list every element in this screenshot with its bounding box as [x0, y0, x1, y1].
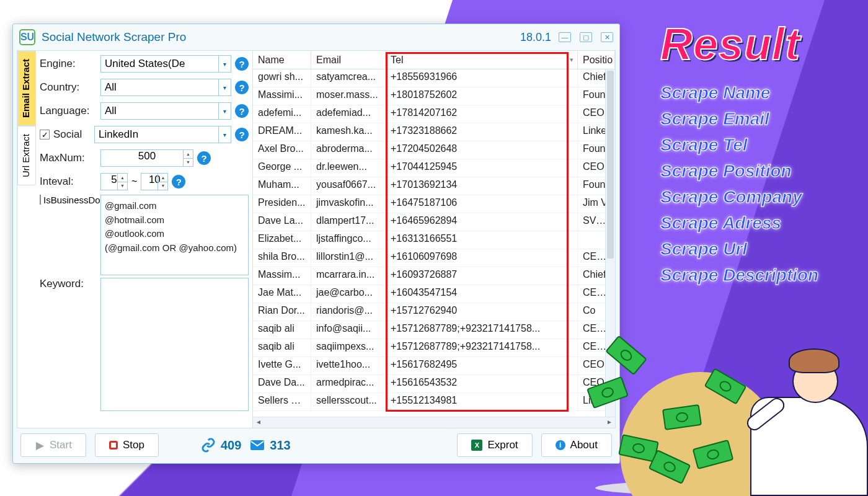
help-icon[interactable]: ? — [235, 81, 249, 94]
table-row[interactable]: Jae Mat...jae@carbo...+16043547154CEO & — [253, 285, 615, 303]
app-window: SU Social Network Scraper Pro 18.0.1 — ▢… — [12, 24, 620, 464]
social-dropdown[interactable]: LinkedIn▾ — [94, 126, 231, 143]
promo-item: Scrape Adress — [660, 213, 818, 233]
cell-email: mcarrara.in... — [311, 267, 386, 285]
cell-email: kamesh.ka... — [311, 123, 386, 141]
column-header-name[interactable]: Name — [253, 51, 311, 69]
column-header-email[interactable]: Email — [311, 51, 386, 69]
maximize-button[interactable]: ▢ — [580, 32, 592, 42]
stop-button[interactable]: Stop — [95, 433, 159, 457]
isbusiness-checkbox[interactable] — [40, 195, 41, 205]
engine-dropdown[interactable]: United States(De▾ — [100, 55, 231, 73]
links-count: 409 — [201, 438, 241, 453]
cell-email: info@saqii... — [311, 321, 386, 339]
cell-tel: +15616543532 — [386, 375, 578, 392]
table-row[interactable]: Rian Dor...riandoris@...+15712762940Co — [253, 303, 615, 321]
chevron-down-icon: ▾ — [570, 56, 574, 64]
cell-tel: +15712687789;+923217141758... — [386, 321, 578, 339]
chevron-down-icon: ▾ — [218, 79, 231, 95]
social-label: Social — [53, 128, 91, 141]
cell-tel: +17013692134 — [386, 177, 578, 195]
cell-tel: +16475187106 — [386, 195, 578, 213]
promo-item: Scrape Name — [660, 83, 818, 103]
table-row[interactable]: Axel Bro...abroderma...+17204502648Foun — [253, 141, 615, 159]
table-row[interactable]: Dave Da...armedpirac...+15616543532CEO — [253, 375, 615, 393]
social-checkbox[interactable]: ✓ — [40, 130, 50, 140]
interval-from-stepper[interactable]: 5▲▼ — [100, 173, 128, 190]
cell-name: Massimi... — [253, 87, 311, 105]
cell-name: Sellers S... — [253, 393, 311, 410]
cell-name: gowri sh... — [253, 69, 311, 87]
interval-to-stepper[interactable]: 10▲▼ — [141, 173, 168, 190]
table-row[interactable]: Sellers S...sellersscout...+15512134981L… — [253, 393, 615, 411]
help-icon[interactable]: ? — [235, 57, 249, 71]
table-row[interactable]: Presiden...jimvaskofin...+16475187106Jim… — [253, 195, 615, 213]
cell-email: riandoris@... — [311, 303, 386, 321]
cell-name: Muham... — [253, 177, 311, 195]
help-icon[interactable]: ? — [235, 104, 249, 118]
table-row[interactable]: Massimi...moser.mass...+18018752602Foun — [253, 87, 615, 105]
table-row[interactable]: George ...dr.leewen...+17044125945CEO — [253, 159, 615, 177]
table-row[interactable]: DREAM...kamesh.ka...+17323188662Linke — [253, 123, 615, 141]
cell-tel: +16465962894 — [386, 213, 578, 231]
promo-item: Scrape Email — [660, 109, 818, 129]
cell-email: sellersscout... — [311, 393, 386, 410]
cell-email: lillorstin1@... — [311, 249, 386, 267]
table-row[interactable]: Massim...mcarrara.in...+16093726887Chief — [253, 267, 615, 285]
table-row[interactable]: Elizabet...ljstaffingco...+16313166551 — [253, 231, 615, 249]
help-icon[interactable]: ? — [172, 175, 185, 188]
keyword-textarea[interactable] — [100, 278, 249, 411]
cell-email: jimvaskofin... — [311, 195, 386, 213]
table-row[interactable]: saqib aliinfo@saqii...+15712687789;+9232… — [253, 321, 615, 339]
tab-email-extract[interactable]: Email Extract — [17, 51, 36, 126]
cell-tel: +15512134981 — [386, 393, 578, 410]
stop-icon — [109, 441, 118, 450]
mail-count: 313 — [250, 438, 290, 453]
cell-tel: +15617682495 — [386, 357, 578, 374]
table-row[interactable]: saqib alisaqiimpexs...+15712687789;+9232… — [253, 339, 615, 357]
cell-email: saqiimpexs... — [311, 339, 386, 356]
cell-name: Axel Bro... — [253, 141, 311, 159]
help-icon[interactable]: ? — [197, 151, 211, 165]
cell-tel: +18018752602 — [386, 87, 578, 105]
cell-tel: +17814207162 — [386, 105, 578, 123]
scroll-left-icon[interactable]: ◄ — [254, 418, 263, 427]
table-row[interactable]: gowri sh...satyamcrea...+18556931966Chie… — [253, 69, 615, 87]
export-button[interactable]: X Exprot — [457, 433, 532, 457]
cell-tel: +17044125945 — [386, 159, 578, 177]
help-icon[interactable]: ? — [235, 128, 249, 141]
engine-label: Engine: — [40, 58, 97, 70]
cell-tel: +15712687789;+923217141758... — [386, 339, 578, 356]
cell-name: Elizabet... — [253, 231, 311, 249]
table-row[interactable]: adefemi...adefemiad...+17814207162CEO — [253, 105, 615, 123]
minimize-button[interactable]: — — [559, 32, 571, 42]
cell-tel: +16313166551 — [386, 231, 578, 249]
mail-icon — [250, 440, 265, 451]
cell-tel: +17323188662 — [386, 123, 578, 141]
country-dropdown[interactable]: All▾ — [100, 79, 231, 96]
cell-name: saqib ali — [253, 321, 311, 339]
language-dropdown[interactable]: All▾ — [100, 102, 231, 120]
titlebar: SU Social Network Scraper Pro 18.0.1 — ▢… — [13, 24, 619, 50]
cell-name: Massim... — [253, 267, 311, 285]
cell-email: dlampert17... — [311, 213, 386, 231]
table-row[interactable]: Ivette G...ivette1hoo...+15617682495CEO. — [253, 357, 615, 375]
cell-name: Dave La... — [253, 213, 311, 231]
tab-url-extract[interactable]: Url Extract — [17, 126, 36, 185]
promo-item: Scrape Url — [660, 239, 818, 259]
cell-email: armedpirac... — [311, 375, 386, 392]
horizontal-scrollbar[interactable]: ◄ ► — [253, 417, 615, 428]
start-button[interactable]: ▶ Start — [20, 433, 86, 457]
column-header-position[interactable]: Positio — [578, 51, 615, 69]
close-button[interactable]: ✕ — [601, 32, 613, 42]
maxnum-stepper[interactable]: 500▲▼ — [100, 149, 193, 167]
promo-title: Result — [660, 19, 818, 69]
table-row[interactable]: Dave La...dlampert17...+16465962894SVP & — [253, 213, 615, 231]
domains-textarea[interactable]: @gmail.com @hotmail.com @outlook.com (@g… — [100, 195, 249, 275]
table-row[interactable]: shila Bro...lillorstin1@...+16106097698C… — [253, 249, 615, 267]
table-row[interactable]: Muham...yousaf0667...+17013692134Foun — [253, 177, 615, 195]
cell-email: moser.mass... — [311, 87, 386, 105]
column-header-tel[interactable]: Tel▾ — [386, 51, 578, 69]
cell-name: Presiden... — [253, 195, 311, 213]
cell-email: adefemiad... — [311, 105, 386, 123]
